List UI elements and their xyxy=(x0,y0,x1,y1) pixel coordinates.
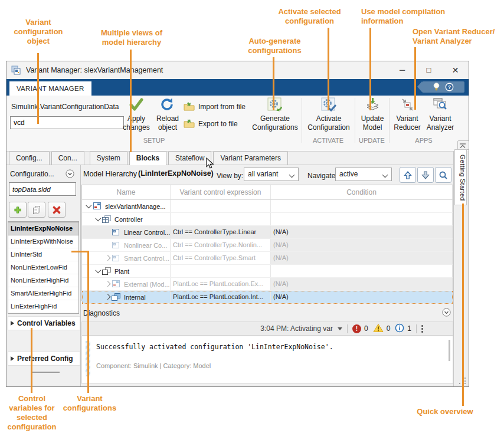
scrollbar-thumb[interactable] xyxy=(449,340,450,361)
search-icon xyxy=(438,170,448,180)
update-model-button[interactable]: Update Model xyxy=(357,97,388,132)
tab-blocks[interactable]: Blocks xyxy=(129,151,166,165)
subsystem-icon xyxy=(112,293,121,301)
chevron-down-icon[interactable] xyxy=(338,327,342,330)
reload-object-button[interactable]: Reload object xyxy=(152,97,183,132)
object-class-label: Simulink.VariantConfigurationData xyxy=(11,103,119,111)
svg-text:?: ? xyxy=(447,84,450,90)
add-configuration-button[interactable] xyxy=(9,202,27,218)
table-row[interactable]: Linear Control... Ctrl == ControllerType… xyxy=(82,226,453,239)
title-bar: Variant Manager: slexVariantManagement ─… xyxy=(6,61,469,79)
config-list-item[interactable]: LinInterExpWithNoise xyxy=(8,235,78,248)
info-count: 1 xyxy=(407,324,411,333)
config-list-item[interactable]: LinInterStd xyxy=(8,248,78,261)
help-pill: ? xyxy=(422,81,464,93)
annotation-activate-selected: Activate selected configuration xyxy=(273,7,346,26)
view-by-select[interactable]: all variant xyxy=(244,168,299,181)
expander-closed-icon[interactable] xyxy=(103,282,112,286)
delete-configuration-button[interactable] xyxy=(48,202,66,218)
help-icon[interactable]: ? xyxy=(445,83,454,91)
tab-variant-parameters[interactable]: Variant Parameters xyxy=(213,152,288,165)
section-label-setup: SETUP xyxy=(6,137,302,144)
table-row-selected[interactable]: Internal PlantLoc == PlantLocation.Int..… xyxy=(82,291,453,304)
expander-open-icon[interactable] xyxy=(84,204,93,208)
diagnostics-body: Successfully activated configuration 'Li… xyxy=(81,336,453,384)
table-row[interactable]: Smart Control... Ctrl == ControllerType.… xyxy=(82,252,453,265)
view-by-label: View by: xyxy=(217,172,243,180)
expander-closed-icon[interactable] xyxy=(103,256,112,260)
mouse-cursor xyxy=(206,157,214,172)
diagnostics-message: Successfully activated configuration 'Li… xyxy=(96,343,333,351)
tab-con[interactable]: Con... xyxy=(51,152,84,165)
collapse-toolstrip-button[interactable] xyxy=(457,140,469,150)
annotation-variant-configurations: Variant configurations xyxy=(61,394,119,413)
annotation-line-open-reducer-analyzer xyxy=(414,47,416,110)
panel-splitter-handle[interactable] xyxy=(32,372,60,373)
arrow-down-icon xyxy=(421,170,430,180)
variant-reducer-icon xyxy=(391,97,423,113)
refresh-icon xyxy=(152,97,183,113)
table-row[interactable]: External (Mod... PlantLoc == PlantLocati… xyxy=(82,278,453,291)
section-preferred-config[interactable]: Preferred Config xyxy=(8,352,80,366)
expander-open-icon[interactable] xyxy=(94,217,102,221)
more-options-icon[interactable] xyxy=(421,325,423,327)
info-icon[interactable] xyxy=(395,323,404,334)
table-row[interactable]: Controller xyxy=(82,213,453,226)
table-row[interactable]: Plant xyxy=(82,265,453,278)
minimize-button[interactable]: ─ xyxy=(389,61,415,79)
tab-system[interactable]: System xyxy=(90,152,127,165)
navigate-select[interactable]: active xyxy=(335,168,392,181)
variant-choice-icon xyxy=(112,254,121,262)
gear-generate-icon xyxy=(250,97,300,113)
model-icon xyxy=(93,202,102,211)
config-list-item[interactable]: LinInterExpNoNoise xyxy=(8,222,78,235)
tab-getting-started[interactable]: Getting Started xyxy=(454,149,467,205)
error-icon[interactable] xyxy=(352,324,361,333)
copy-configuration-button[interactable] xyxy=(28,202,45,218)
column-condition: Condition xyxy=(271,185,453,199)
variant-reducer-button[interactable]: Variant Reducer xyxy=(391,97,423,132)
table-row[interactable]: slexVariantManage... xyxy=(82,200,453,213)
tab-stateflow[interactable]: Stateflow xyxy=(168,152,211,165)
annotation-line-variant-configurations xyxy=(87,251,89,393)
referenced-model-icon xyxy=(112,280,121,288)
annotation-line-control-variables xyxy=(31,328,32,393)
tab-variant-manager[interactable]: VARIANT MANAGER xyxy=(9,81,91,96)
model-hierarchy-label: Model Hierarchy xyxy=(83,170,137,178)
apply-changes-button[interactable]: Apply changes xyxy=(122,97,150,132)
generate-configurations-button[interactable]: Generate Configurations xyxy=(250,97,300,132)
variant-analyzer-button[interactable]: Variant Analyzer xyxy=(424,97,456,132)
section-label-activate: ACTIVATE xyxy=(302,137,355,144)
panel-menu-icon[interactable] xyxy=(66,169,74,178)
warning-icon[interactable] xyxy=(373,323,384,334)
error-count: 0 xyxy=(364,324,368,333)
screenshot-stage: Variant configuration object Multiple vi… xyxy=(0,0,504,443)
chevron-down-icon xyxy=(382,172,388,178)
navigate-down-button[interactable] xyxy=(417,167,434,183)
expander-closed-icon[interactable] xyxy=(103,295,112,299)
copy-icon xyxy=(32,205,41,215)
navigate-label: Navigate: xyxy=(307,172,338,180)
object-name-input[interactable] xyxy=(10,116,124,129)
lightbulb-icon[interactable] xyxy=(433,83,440,91)
config-list-item[interactable]: LinExterHighFid xyxy=(8,300,78,313)
expander-open-icon[interactable] xyxy=(94,269,102,273)
export-to-file-button[interactable]: Export to file xyxy=(184,118,238,130)
maximize-button[interactable]: □ xyxy=(415,61,442,79)
section-control-variables[interactable]: Control Variables xyxy=(8,316,80,330)
folder-import-icon xyxy=(184,101,195,113)
search-button[interactable] xyxy=(435,167,451,183)
close-button[interactable]: ✕ xyxy=(442,61,469,79)
config-list-item[interactable]: NonLinExterLowFid xyxy=(8,261,78,274)
navigate-up-button[interactable] xyxy=(400,167,416,183)
tab-config[interactable]: Config... xyxy=(9,152,50,165)
table-row[interactable]: Nonlinear Co... Ctrl == ControllerType.N… xyxy=(82,239,453,252)
variant-analyzer-icon xyxy=(424,97,456,113)
config-list-item[interactable]: NonLinExterHighFid xyxy=(8,274,78,287)
config-list-item[interactable]: SmartAIExterHighFid xyxy=(8,287,78,300)
annotation-line-multiple-views xyxy=(130,50,132,152)
diagnostics-filter-select[interactable]: 3:04 PM: Activating var xyxy=(260,324,333,333)
data-source-input[interactable] xyxy=(9,182,76,196)
import-from-file-button[interactable]: Import from file xyxy=(184,101,246,113)
diagnostics-collapse-icon[interactable] xyxy=(442,308,451,317)
